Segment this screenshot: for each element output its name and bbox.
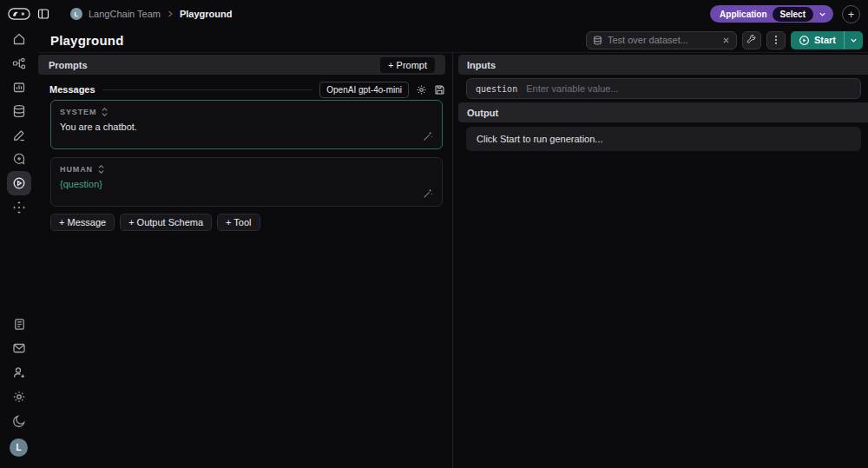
variable-row: question [466, 78, 861, 99]
output-header-label: Output [467, 108, 498, 118]
inputs-header: Inputs [458, 55, 868, 75]
breadcrumb-page: Playground [180, 9, 233, 19]
play-circle-icon [799, 35, 810, 46]
more-options-button[interactable] [766, 31, 786, 49]
human-message-box[interactable]: HUMAN {question} [50, 157, 443, 207]
role-selector-chevrons-icon[interactable] [97, 164, 105, 175]
page-title: Playground [50, 33, 124, 48]
chat-plus-icon [12, 152, 26, 166]
sidebar-item-docs[interactable] [7, 312, 31, 336]
mail-icon [12, 341, 26, 355]
message-actions: + Message + Output Schema + Tool [50, 214, 260, 231]
x-icon[interactable] [722, 36, 730, 44]
team-avatar: L [70, 8, 82, 20]
application-label: Application [720, 10, 766, 19]
io-panel: Inputs question Output Click Start to ru… [452, 52, 868, 468]
add-tool-button[interactable]: + Tool [217, 214, 260, 231]
system-message-box[interactable]: SYSTEM You are a chatbot. [50, 100, 443, 149]
variable-name-label: question [476, 84, 517, 94]
new-button[interactable]: + [842, 5, 860, 23]
output-placeholder-row: Click Start to run generation... [466, 127, 861, 151]
application-select-chip[interactable]: Select [773, 7, 813, 22]
wrench-icon [746, 35, 757, 45]
kebab-menu-icon [771, 35, 781, 45]
breadcrumb: L LangChain Team Playground [70, 8, 232, 20]
page-header: Playground [38, 28, 868, 52]
improve-prompt-wand-icon[interactable] [422, 130, 434, 142]
deployments-icon [12, 201, 26, 214]
model-selector[interactable]: OpenAI gpt-4o-mini [319, 82, 409, 98]
datasets-icon [12, 104, 26, 118]
messages-divider [102, 89, 313, 90]
application-button[interactable]: Application Select [710, 5, 833, 23]
message-role-label: SYSTEM [60, 108, 96, 116]
dataset-search-input[interactable] [608, 35, 717, 45]
home-icon [12, 32, 26, 46]
messages-toolbar: Messages OpenAI gpt-4o-mini [49, 81, 445, 98]
sidebar-item-home[interactable] [7, 27, 31, 51]
save-icon [434, 84, 445, 96]
user-avatar[interactable]: L [10, 438, 28, 457]
prompts-header-label: Prompts [49, 60, 88, 70]
sidebar-item-annotation-queues[interactable] [7, 123, 31, 148]
save-prompt-button[interactable] [434, 84, 445, 96]
start-button[interactable]: Start [791, 31, 863, 49]
breadcrumb-chevron-icon [167, 10, 174, 17]
variable-value-input[interactable] [526, 83, 852, 94]
add-prompt-button[interactable]: + Prompt [380, 57, 435, 73]
add-output-schema-button[interactable]: + Output Schema [120, 214, 212, 231]
sidebar-item-invite-user[interactable] [7, 360, 31, 385]
add-message-button[interactable]: + Message [50, 214, 115, 231]
sidebar-item-feedback[interactable] [7, 147, 31, 171]
start-button-label: Start [814, 35, 836, 45]
prompt-wrench-button[interactable] [742, 31, 761, 49]
sidebar-item-datasets[interactable] [7, 99, 31, 123]
top-bar: L LangChain Team Playground Application … [0, 0, 868, 28]
sidebar-item-email[interactable] [7, 336, 31, 360]
moon-icon [12, 414, 26, 428]
gear-icon [416, 84, 427, 96]
playground-icon [12, 176, 26, 190]
system-message-text[interactable]: You are a chatbot. [60, 122, 433, 132]
sidebar-item-monitoring[interactable] [7, 75, 31, 99]
dataset-search[interactable] [586, 31, 737, 49]
database-icon [593, 36, 602, 45]
langsmith-logo[interactable] [8, 8, 30, 20]
gear-icon [12, 390, 26, 404]
sidebar-item-deployments[interactable] [7, 195, 31, 220]
start-options-chevron[interactable] [845, 31, 863, 49]
chevron-down-icon [819, 10, 826, 18]
prompts-panel: Prompts + Prompt Messages OpenAI gpt-4o-… [38, 52, 452, 468]
monitoring-icon [12, 80, 26, 94]
sidebar-item-tracing-projects[interactable] [7, 51, 31, 76]
tracing-projects-icon [12, 56, 26, 70]
breadcrumb-team[interactable]: LangChain Team [89, 9, 161, 19]
sidebar-item-playground[interactable] [7, 171, 31, 195]
document-icon [13, 318, 26, 331]
message-role-label: HUMAN [60, 165, 93, 174]
role-selector-chevrons-icon[interactable] [101, 107, 108, 117]
messages-label: Messages [49, 84, 95, 95]
pencil-icon [12, 129, 26, 142]
sidebar-item-dark-mode[interactable] [7, 409, 31, 433]
human-message-text[interactable]: {question} [60, 179, 433, 189]
sidebar-toggle-icon[interactable] [37, 8, 49, 20]
prompts-header: Prompts + Prompt [38, 55, 445, 75]
sidebar-item-settings[interactable] [7, 385, 31, 409]
inputs-header-label: Inputs [467, 60, 496, 70]
output-placeholder-text: Click Start to run generation... [477, 134, 603, 144]
output-header: Output [458, 102, 868, 122]
user-plus-icon [12, 366, 26, 379]
improve-prompt-wand-icon[interactable] [422, 188, 434, 200]
model-settings-button[interactable] [416, 84, 427, 96]
